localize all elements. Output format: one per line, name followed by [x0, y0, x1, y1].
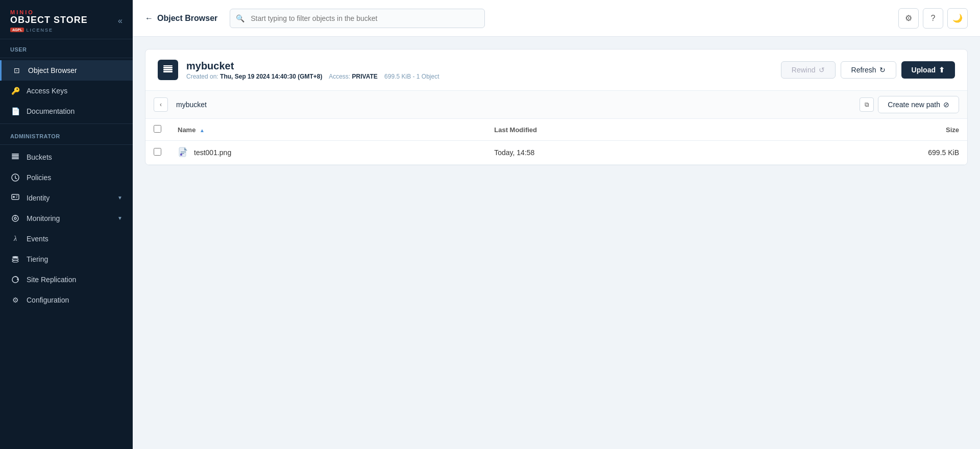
sidebar-item-monitoring[interactable]: Monitoring ▼ — [0, 208, 133, 229]
sidebar-item-label: Identity — [27, 194, 50, 202]
bucket-name: mybucket — [186, 60, 773, 72]
sidebar-item-events[interactable]: λ Events — [0, 229, 133, 249]
sidebar-item-access-keys[interactable]: 🔑 Access Keys — [0, 81, 133, 101]
help-button[interactable]: ? — [923, 8, 943, 29]
refresh-button[interactable]: Refresh ↻ — [841, 61, 896, 79]
collapse-sidebar-button[interactable]: « — [118, 16, 122, 26]
search-input[interactable] — [230, 9, 485, 28]
documentation-icon: 📄 — [10, 106, 20, 116]
svg-rect-14 — [163, 67, 173, 68]
size-label: Size — [946, 126, 959, 134]
create-path-icon: ⊘ — [943, 101, 949, 109]
back-icon: ‹ — [160, 101, 162, 108]
access-label: Access: — [329, 73, 350, 80]
sidebar-item-documentation[interactable]: 📄 Documentation — [0, 101, 133, 121]
row-checkbox[interactable] — [154, 148, 161, 156]
logo-license: AGPL LICENSE — [10, 28, 88, 33]
svg-point-10 — [12, 256, 18, 258]
settings-icon: ⚙ — [905, 13, 912, 23]
copy-path-button[interactable]: ⧉ — [860, 97, 874, 112]
topbar-title: Object Browser — [157, 14, 217, 23]
tiering-icon — [10, 254, 20, 264]
sidebar-item-label: Monitoring — [27, 214, 60, 222]
divider — [0, 123, 133, 124]
svg-point-6 — [13, 196, 15, 198]
object-browser-icon: ⊡ — [12, 65, 22, 76]
file-name: test001.png — [194, 148, 231, 157]
path-back-button[interactable]: ‹ — [154, 97, 168, 112]
last-modified-label: Last Modified — [494, 126, 537, 134]
sidebar-item-label: Object Browser — [28, 66, 77, 74]
bucket-icon — [158, 60, 178, 80]
events-icon: λ — [10, 234, 20, 244]
content-area: mybucket Created on: Thu, Sep 19 2024 14… — [133, 37, 980, 449]
last-modified-column-header: Last Modified — [486, 119, 753, 141]
svg-rect-17 — [163, 65, 173, 66]
search-area: 🔍 — [230, 9, 485, 28]
sidebar-item-site-replication[interactable]: Site Replication — [0, 269, 133, 290]
created-label: Created on: — [186, 73, 218, 80]
sidebar-item-label: Tiering — [27, 255, 48, 263]
sidebar-header: MINIO OBJECT STORE AGPL LICENSE « — [0, 0, 133, 39]
sidebar-item-policies[interactable]: Policies — [0, 167, 133, 188]
sidebar-item-identity[interactable]: Identity ▼ — [0, 188, 133, 208]
name-label: Name — [178, 126, 195, 134]
access-value: PRIVATE — [352, 73, 378, 80]
upload-button[interactable]: Upload ⬆ — [901, 61, 955, 79]
sidebar-item-label: Site Replication — [27, 276, 76, 284]
table-row: test001.png Today, 14:58 699.5 KiB — [145, 141, 967, 165]
sidebar-item-buckets[interactable]: Buckets — [0, 147, 133, 167]
divider — [0, 144, 133, 145]
topbar-back-button[interactable]: ← Object Browser — [145, 14, 217, 23]
chevron-down-icon: ▼ — [117, 195, 122, 201]
site-replication-icon — [10, 275, 20, 285]
upload-icon: ⬆ — [939, 66, 945, 74]
moon-icon: 🌙 — [952, 13, 963, 23]
row-name-cell: test001.png — [169, 141, 486, 165]
refresh-icon: ↻ — [879, 66, 886, 74]
create-new-path-button[interactable]: Create new path ⊘ — [878, 96, 959, 113]
sidebar-item-label: Configuration — [27, 296, 69, 304]
row-checkbox-cell — [145, 141, 169, 165]
back-arrow-icon: ← — [145, 14, 153, 23]
size-column-header: Size — [753, 119, 967, 141]
svg-point-8 — [14, 217, 16, 219]
chevron-down-icon: ▼ — [117, 215, 122, 221]
sidebar-item-label: Access Keys — [27, 87, 67, 95]
topbar: ← Object Browser 🔍 ⚙ ? 🌙 — [133, 0, 980, 37]
sidebar-item-object-browser[interactable]: ⊡ Object Browser — [0, 60, 133, 81]
select-all-header — [145, 119, 169, 141]
svg-rect-1 — [12, 157, 19, 158]
bucket-panel: mybucket Created on: Thu, Sep 19 2024 14… — [145, 49, 968, 165]
svg-rect-3 — [12, 154, 19, 155]
row-last-modified: Today, 14:58 — [486, 141, 753, 165]
access-keys-icon: 🔑 — [10, 86, 20, 96]
refresh-label: Refresh — [851, 66, 876, 74]
select-all-checkbox[interactable] — [154, 125, 161, 133]
search-icon: 🔍 — [236, 14, 244, 22]
user-section-label: User — [0, 39, 133, 56]
svg-point-12 — [12, 260, 18, 262]
logo-area: MINIO OBJECT STORE AGPL LICENSE — [10, 9, 88, 33]
buckets-icon — [10, 152, 20, 162]
monitoring-icon — [10, 213, 20, 223]
license-text: LICENSE — [26, 28, 53, 33]
rewind-button[interactable]: Rewind ↺ — [781, 61, 836, 79]
svg-rect-21 — [180, 154, 182, 156]
settings-button[interactable]: ⚙ — [898, 8, 919, 29]
divider — [0, 58, 133, 58]
help-icon: ? — [931, 14, 936, 23]
topbar-actions: ⚙ ? 🌙 — [898, 8, 968, 29]
rewind-icon: ↺ — [819, 66, 825, 74]
bucket-meta: Created on: Thu, Sep 19 2024 14:40:30 (G… — [186, 73, 773, 80]
sort-icon: ▲ — [200, 128, 205, 133]
svg-point-11 — [12, 258, 18, 260]
bucket-info: mybucket Created on: Thu, Sep 19 2024 14… — [186, 60, 773, 80]
bucket-stats: 699.5 KiB - 1 Object — [384, 73, 439, 80]
theme-toggle-button[interactable]: 🌙 — [947, 8, 968, 29]
logo-product: OBJECT STORE — [10, 15, 88, 26]
sidebar-item-tiering[interactable]: Tiering — [0, 249, 133, 269]
main-area: ← Object Browser 🔍 ⚙ ? 🌙 — [133, 0, 980, 449]
admin-section-label: Administrator — [0, 126, 133, 142]
sidebar-item-configuration[interactable]: ⚙ Configuration — [0, 290, 133, 310]
